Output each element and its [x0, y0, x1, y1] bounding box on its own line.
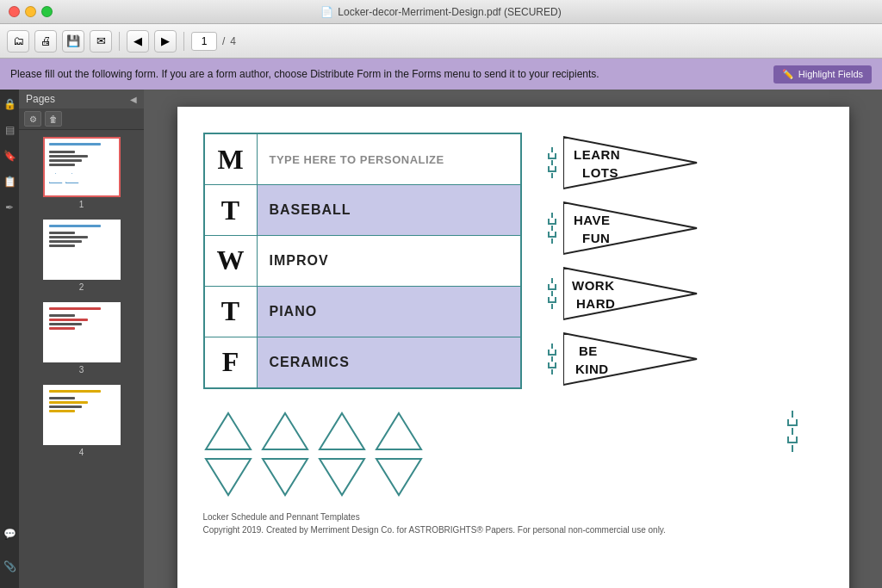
pennant-svg-4: BE KIND [563, 329, 705, 389]
close-button[interactable] [9, 6, 20, 17]
pennant-work-hard: WORK HARD [548, 263, 823, 324]
svg-marker-19 [376, 459, 421, 495]
diamonds-section [203, 411, 823, 498]
chat-icon[interactable]: 💬 [2, 526, 17, 542]
day-thursday: T [204, 286, 258, 337]
triangle-up-1 [203, 411, 253, 452]
notification-bar: Please fill out the following form. If y… [0, 59, 882, 90]
back-button[interactable]: ◀ [127, 30, 149, 53]
save-button[interactable]: 💾 [62, 30, 84, 53]
page-total: 4 [230, 35, 236, 47]
schedule-row-monday: M TYPE HERE TO PERSONALIZE [204, 133, 521, 185]
svg-text:HARD: HARD [576, 296, 615, 311]
pennant-clip-3 [548, 278, 556, 309]
activity-thursday[interactable]: PIANO [257, 286, 521, 337]
schedule-row-friday: F CERAMICS [204, 337, 521, 388]
svg-marker-17 [263, 459, 307, 495]
activity-tuesday[interactable]: BASEBALL [257, 185, 521, 236]
pages-settings-button[interactable]: ⚙ [24, 111, 41, 127]
window-title: 📄 Locker-decor-Merriment-Design.pdf (SEC… [320, 6, 561, 18]
activity-friday[interactable]: CERAMICS [257, 337, 521, 388]
triangle-down-2 [260, 456, 310, 498]
svg-marker-16 [206, 459, 251, 495]
pennant-svg-3: WORK HARD [563, 263, 705, 324]
pennant-svg-2: HAVE FUN [563, 198, 705, 258]
layers-icon[interactable]: ▤ [2, 122, 17, 138]
activity-wednesday[interactable]: IMPROV [257, 235, 521, 286]
pages-header: Pages ◀ [19, 90, 144, 108]
svg-text:WORK: WORK [572, 278, 615, 293]
page-thumb-image-4 [43, 385, 121, 445]
page-thumbnail-4[interactable]: 4 [26, 385, 137, 457]
new-button[interactable]: 🗂 [7, 30, 29, 53]
page-thumb-num-3: 3 [79, 365, 84, 374]
page-thumb-image-3 [43, 302, 121, 362]
page-thumb-image-1 [43, 137, 121, 197]
pennant-learn-lots: LEARN LOTS [548, 133, 823, 193]
pennants-column: LEARN LOTS [539, 133, 823, 389]
diamonds-left [203, 411, 424, 498]
pages-delete-button[interactable]: 🗑 [45, 111, 62, 127]
triangles-up-row [203, 411, 424, 452]
pdf-viewer[interactable]: M TYPE HERE TO PERSONALIZE T BASEBALL W … [144, 90, 882, 588]
svg-text:LEARN: LEARN [574, 147, 620, 162]
schedule-row-wednesday: W IMPROV [204, 235, 521, 286]
page-thumbnail-3[interactable]: 3 [26, 302, 137, 374]
lock-icon: 🔒 [2, 96, 17, 112]
page-thumbnail-1[interactable]: 1 [26, 137, 137, 209]
page-thumbnail-2[interactable]: 2 [26, 220, 137, 292]
title-bar: 📄 Locker-decor-Merriment-Design.pdf (SEC… [0, 0, 882, 24]
minimize-button[interactable] [25, 6, 36, 17]
svg-marker-15 [376, 413, 421, 449]
triangle-down-1 [203, 456, 253, 498]
day-tuesday: T [204, 185, 258, 236]
triangles-down-row [203, 456, 424, 498]
pennant-clip-4 [548, 344, 556, 374]
highlight-icon: ✏️ [782, 69, 794, 80]
triangle-up-2 [260, 411, 310, 452]
left-icon-strip: 🔒 ▤ 🔖 📋 ✒ 💬 📎 [0, 90, 19, 588]
sidebar: Pages ◀ ⚙ 🗑 [19, 90, 144, 588]
bookmark-icon[interactable]: 🔖 [2, 148, 17, 164]
pennant-svg-1: LEARN LOTS [563, 133, 705, 193]
day-wednesday: W [204, 235, 258, 286]
triangle-down-3 [317, 456, 367, 498]
pdf-page: M TYPE HERE TO PERSONALIZE T BASEBALL W … [177, 107, 849, 588]
svg-marker-14 [320, 413, 364, 449]
svg-marker-3 [563, 202, 697, 254]
pennant-clip-1 [548, 147, 556, 178]
footer-line1: Locker Schedule and Pennant Templates [203, 511, 823, 523]
svg-marker-18 [320, 459, 364, 495]
highlight-fields-button[interactable]: ✏️ Highlight Fields [773, 65, 872, 84]
triangle-up-3 [317, 411, 367, 452]
svg-text:BE: BE [579, 344, 598, 358]
schedule-container: M TYPE HERE TO PERSONALIZE T BASEBALL W … [203, 133, 823, 389]
svg-text:FUN: FUN [582, 231, 610, 245]
pdf-icon: 📄 [320, 6, 333, 18]
pennant-have-fun: HAVE FUN [548, 198, 823, 258]
svg-text:KIND: KIND [575, 362, 609, 376]
svg-marker-13 [263, 413, 307, 449]
pages-title: Pages [26, 93, 55, 105]
triangle-down-4 [374, 456, 424, 498]
email-button[interactable]: ✉ [90, 30, 112, 53]
window-controls [9, 6, 53, 17]
attach-icon[interactable]: 📎 [2, 559, 17, 574]
print-button[interactable]: 🖨 [34, 30, 57, 53]
svg-marker-0 [563, 137, 697, 189]
svg-marker-9 [563, 333, 697, 385]
activity-monday[interactable]: TYPE HERE TO PERSONALIZE [257, 133, 521, 185]
page-number-input[interactable] [191, 32, 217, 51]
toolbar: 🗂 🖨 💾 ✉ ◀ ▶ / 4 [0, 24, 882, 59]
main-area: 🔒 ▤ 🔖 📋 ✒ 💬 📎 Pages ◀ ⚙ 🗑 [0, 90, 882, 588]
forward-button[interactable]: ▶ [154, 30, 177, 53]
page-thumb-num-2: 2 [79, 282, 84, 292]
schedule-table: M TYPE HERE TO PERSONALIZE T BASEBALL W … [203, 133, 522, 389]
footer-line2: Copyright 2019. Created by Merriment Des… [203, 523, 823, 536]
schedule-row-tuesday: T BASEBALL [204, 185, 521, 236]
pages-icon[interactable]: 📋 [2, 174, 17, 189]
sidebar-collapse-icon[interactable]: ◀ [130, 95, 137, 104]
signature-icon[interactable]: ✒ [2, 200, 17, 215]
maximize-button[interactable] [41, 6, 53, 17]
pdf-footer: Locker Schedule and Pennant Templates Co… [203, 511, 823, 536]
